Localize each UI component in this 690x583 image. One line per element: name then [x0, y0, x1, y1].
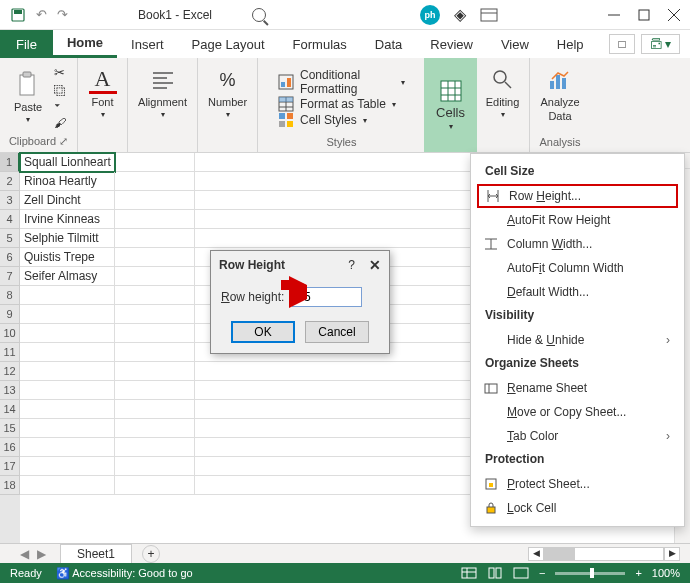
undo-icon[interactable]: ↶	[36, 7, 47, 22]
menu-hide-unhide[interactable]: Hide & Unhide ›	[471, 328, 684, 352]
cell[interactable]	[115, 267, 195, 286]
row-header[interactable]: 15	[0, 419, 20, 438]
sheet-nav-prev-icon[interactable]: ◀	[20, 547, 29, 561]
cell[interactable]	[115, 210, 195, 229]
cell[interactable]	[115, 153, 195, 172]
row-header[interactable]: 11	[0, 343, 20, 362]
tab-home[interactable]: Home	[53, 30, 117, 58]
cell[interactable]	[20, 343, 115, 362]
cell[interactable]	[115, 191, 195, 210]
tab-data[interactable]: Data	[361, 30, 416, 58]
zoom-level[interactable]: 100%	[652, 567, 680, 579]
number-button[interactable]: % Number ▾	[202, 62, 253, 123]
cell[interactable]	[115, 286, 195, 305]
cell[interactable]	[115, 343, 195, 362]
ok-button[interactable]: OK	[231, 321, 295, 343]
cell[interactable]	[20, 457, 115, 476]
cell[interactable]: Seifer Almasy	[20, 267, 115, 286]
tab-file[interactable]: File	[0, 30, 53, 58]
menu-row-height[interactable]: Row Height...	[477, 184, 678, 208]
menu-lock-cell[interactable]: Lock Cell	[471, 496, 684, 520]
accessibility-status[interactable]: ♿ Accessibility: Good to go	[56, 567, 193, 580]
menu-protect-sheet[interactable]: Protect Sheet...	[471, 472, 684, 496]
cell[interactable]	[115, 305, 195, 324]
cell[interactable]	[115, 248, 195, 267]
cell[interactable]	[20, 438, 115, 457]
zoom-out-icon[interactable]: −	[539, 567, 545, 579]
font-button[interactable]: A Font ▾	[83, 62, 123, 123]
paste-button[interactable]: Paste ▾	[8, 67, 48, 128]
cell[interactable]	[115, 400, 195, 419]
row-header[interactable]: 8	[0, 286, 20, 305]
view-pagebreak-icon[interactable]	[513, 567, 529, 579]
cell[interactable]	[20, 305, 115, 324]
row-header[interactable]: 1	[0, 153, 20, 172]
row-header[interactable]: 3	[0, 191, 20, 210]
scroll-left-icon[interactable]: ◀	[528, 547, 544, 561]
cell[interactable]	[115, 362, 195, 381]
row-header[interactable]: 2	[0, 172, 20, 191]
cell-styles-button[interactable]: Cell Styles▾	[278, 112, 405, 128]
cell[interactable]	[20, 400, 115, 419]
dialog-help-icon[interactable]: ?	[348, 258, 355, 272]
editing-button[interactable]: Editing ▾	[480, 62, 526, 123]
cell[interactable]	[115, 419, 195, 438]
menu-move-copy-sheet[interactable]: Move or Copy Sheet...	[471, 400, 684, 424]
close-icon[interactable]	[668, 9, 680, 21]
row-header[interactable]: 5	[0, 229, 20, 248]
cell[interactable]	[115, 381, 195, 400]
menu-rename-sheet[interactable]: Rename Sheet	[471, 376, 684, 400]
view-normal-icon[interactable]	[461, 567, 477, 579]
tab-formulas[interactable]: Formulas	[279, 30, 361, 58]
row-header[interactable]: 6	[0, 248, 20, 267]
row-header[interactable]: 14	[0, 400, 20, 419]
cell[interactable]	[115, 476, 195, 495]
view-page-icon[interactable]	[487, 567, 503, 579]
row-header[interactable]: 16	[0, 438, 20, 457]
cell[interactable]	[115, 229, 195, 248]
conditional-formatting-button[interactable]: Conditional Formatting▾	[278, 68, 405, 96]
maximize-icon[interactable]	[638, 9, 650, 21]
row-header[interactable]: 7	[0, 267, 20, 286]
add-sheet-button[interactable]: +	[142, 545, 160, 563]
cell[interactable]	[115, 172, 195, 191]
cut-icon[interactable]: ✂	[54, 65, 65, 80]
alignment-button[interactable]: Alignment ▾	[132, 62, 193, 123]
tab-insert[interactable]: Insert	[117, 30, 178, 58]
autosave-icon[interactable]	[10, 7, 26, 23]
cell[interactable]: Rinoa Heartly	[20, 172, 115, 191]
cell[interactable]	[115, 324, 195, 343]
format-painter-icon[interactable]: 🖌	[54, 116, 66, 130]
search-icon[interactable]	[252, 8, 266, 22]
ribbon-mode-icon[interactable]	[480, 8, 498, 22]
row-header[interactable]: 18	[0, 476, 20, 495]
cells-button[interactable]: Cells ▾	[424, 58, 477, 152]
cell[interactable]	[115, 438, 195, 457]
sheet-nav-next-icon[interactable]: ▶	[37, 547, 46, 561]
menu-tab-color[interactable]: Tab Color ›	[471, 424, 684, 448]
copy-icon[interactable]: ⿻ ▾	[54, 84, 69, 112]
menu-default-width[interactable]: Default Width...	[471, 280, 684, 304]
zoom-in-icon[interactable]: +	[635, 567, 641, 579]
minimize-icon[interactable]	[608, 9, 620, 21]
tab-view[interactable]: View	[487, 30, 543, 58]
tab-page-layout[interactable]: Page Layout	[178, 30, 279, 58]
format-as-table-button[interactable]: Format as Table▾	[278, 96, 405, 112]
cell[interactable]	[20, 381, 115, 400]
cell[interactable]: Quistis Trepe	[20, 248, 115, 267]
row-header[interactable]: 10	[0, 324, 20, 343]
menu-column-width[interactable]: Column Width...	[471, 232, 684, 256]
tab-help[interactable]: Help	[543, 30, 598, 58]
scroll-right-icon[interactable]: ▶	[664, 547, 680, 561]
row-header[interactable]: 4	[0, 210, 20, 229]
redo-icon[interactable]: ↷	[57, 7, 68, 22]
cell[interactable]	[20, 286, 115, 305]
sheet-tab[interactable]: Sheet1	[60, 544, 132, 563]
menu-autofit-row-height[interactable]: AutoFit Row Height	[471, 208, 684, 232]
menu-autofit-column-width[interactable]: AutoFit Column Width	[471, 256, 684, 280]
share-button[interactable]: 🖆 ▾	[641, 34, 680, 54]
cell[interactable]: Squall Lionheart	[20, 153, 115, 172]
cell[interactable]	[20, 476, 115, 495]
analyze-data-button[interactable]: Analyze Data	[534, 62, 585, 126]
cell[interactable]	[20, 324, 115, 343]
